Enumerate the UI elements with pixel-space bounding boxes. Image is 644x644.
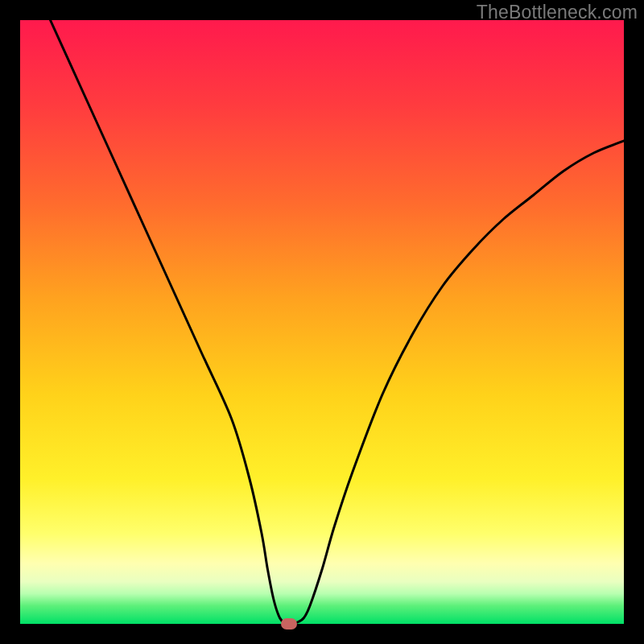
optimal-point-marker — [281, 618, 297, 630]
bottleneck-curve — [20, 20, 624, 624]
chart-frame: TheBottleneck.com — [0, 0, 644, 644]
plot-area — [20, 20, 624, 624]
